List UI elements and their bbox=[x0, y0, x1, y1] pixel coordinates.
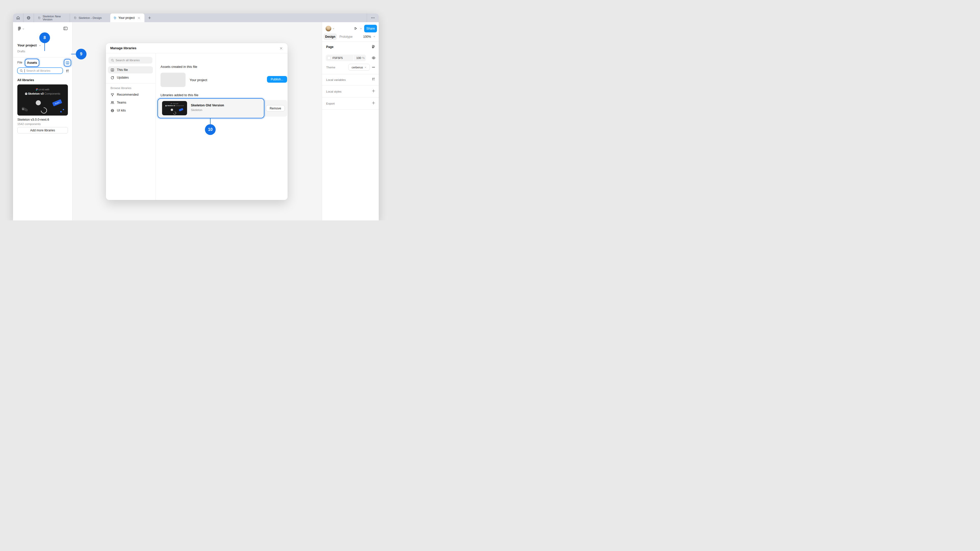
decor-spinner bbox=[40, 106, 48, 115]
avatar[interactable] bbox=[326, 26, 331, 32]
theme-select[interactable]: cerberus bbox=[348, 64, 370, 71]
project-thumbnail bbox=[161, 73, 186, 87]
chevron-down-icon[interactable] bbox=[360, 27, 362, 30]
people-icon bbox=[110, 101, 115, 105]
library-thumbnail[interactable]: UI Kit with Skeleton v3 Components Butto… bbox=[18, 84, 68, 116]
modal-title: Manage libraries bbox=[110, 46, 137, 50]
publish-button[interactable]: Publish... bbox=[267, 76, 287, 83]
pages-styles-icon[interactable] bbox=[372, 44, 375, 49]
browse-libraries-heading: Browse libraries bbox=[110, 86, 131, 89]
tab-label: Your project bbox=[118, 16, 135, 20]
more-options-button[interactable] bbox=[367, 14, 379, 22]
present-play-icon[interactable] bbox=[354, 27, 358, 30]
decor-button bbox=[179, 108, 183, 111]
nav-label: Updates bbox=[117, 76, 129, 79]
figma-mini-logo-icon bbox=[36, 88, 38, 91]
nav-label: Recommended bbox=[117, 93, 138, 97]
card-brand: Skeleton v3 bbox=[167, 105, 175, 106]
nav-updates[interactable]: Updates bbox=[108, 74, 153, 81]
close-tab-icon[interactable] bbox=[138, 17, 140, 19]
home-button[interactable] bbox=[13, 14, 23, 22]
nav-teams[interactable]: Teams bbox=[108, 99, 153, 106]
minus-icon[interactable] bbox=[372, 65, 375, 69]
panel-toggle-icon[interactable] bbox=[63, 27, 68, 30]
section-heading: All libraries bbox=[18, 78, 34, 82]
modal-search-input[interactable]: Search all libraries bbox=[108, 57, 152, 64]
tab-label: Skeleton - Design bbox=[79, 16, 102, 19]
globe-icon bbox=[110, 109, 115, 113]
divider bbox=[322, 97, 379, 98]
library-name[interactable]: Skeleton v3.0.0-next.6 bbox=[18, 118, 49, 121]
variables-sliders-icon[interactable] bbox=[372, 77, 375, 81]
eye-icon[interactable] bbox=[372, 56, 375, 60]
card-line1: UI Kit with bbox=[38, 88, 49, 91]
chevron-down-icon[interactable] bbox=[39, 44, 41, 47]
filter-sliders-icon[interactable] bbox=[65, 69, 69, 73]
share-button[interactable]: Share bbox=[364, 25, 377, 32]
add-style-plus-icon[interactable] bbox=[372, 89, 375, 93]
decor-dot bbox=[60, 111, 62, 113]
divider bbox=[13, 57, 72, 57]
plus-icon bbox=[148, 16, 151, 20]
screen: Skeleton New Version Skeleton - Design Y… bbox=[0, 0, 392, 221]
figma-file-icon-active bbox=[113, 16, 117, 20]
nav-recommended[interactable]: Recommended bbox=[108, 91, 153, 98]
right-panel: Share Design Prototype 100% Page F5F5F5 … bbox=[322, 22, 379, 221]
tab-assets[interactable]: Assets bbox=[25, 59, 39, 66]
callout-connector-9 bbox=[71, 54, 76, 54]
percent-sign: % bbox=[362, 56, 365, 59]
color-hex-value[interactable]: F5F5F5 bbox=[332, 56, 343, 59]
project-name: Your project bbox=[189, 78, 207, 82]
community-button[interactable] bbox=[24, 14, 34, 22]
file-title[interactable]: Your project bbox=[18, 43, 42, 47]
lightbulb-icon bbox=[110, 93, 115, 97]
new-tab-button[interactable] bbox=[145, 14, 155, 22]
add-more-libraries-button[interactable]: Add more libraries bbox=[18, 127, 68, 133]
tab-skeleton-new-version[interactable]: Skeleton New Version bbox=[34, 14, 70, 22]
card-brand: Skeleton v3 bbox=[28, 92, 44, 95]
left-sidebar: Your project Drafts File Assets Search a… bbox=[13, 22, 73, 221]
libraries-button[interactable] bbox=[64, 59, 71, 66]
breadcrumb-drafts[interactable]: Drafts bbox=[18, 50, 25, 53]
tab-skeleton-design[interactable]: Skeleton - Design bbox=[70, 14, 110, 22]
theme-label: Theme bbox=[326, 66, 335, 69]
libraries-added-heading: Libraries added to this file bbox=[161, 93, 198, 97]
chevron-down-icon bbox=[364, 66, 366, 68]
chevron-down-icon[interactable] bbox=[332, 27, 334, 30]
manage-libraries-modal: Manage libraries Search all libraries Th… bbox=[106, 43, 288, 200]
decor-button: Button bbox=[52, 99, 62, 106]
decor-chip bbox=[36, 100, 41, 105]
book-open-icon bbox=[65, 61, 69, 65]
page-color-field[interactable]: F5F5F5 100 % bbox=[326, 55, 366, 61]
search-input[interactable]: Search all libraries bbox=[17, 67, 63, 74]
refresh-icon bbox=[110, 76, 115, 79]
tab-your-project-active[interactable]: Your project bbox=[110, 14, 145, 22]
card-line2: Components bbox=[45, 92, 60, 95]
add-export-plus-icon[interactable] bbox=[372, 101, 375, 105]
library-meta: 1542 components bbox=[18, 122, 41, 125]
opacity-value[interactable]: 100 bbox=[356, 56, 361, 59]
text-cursor bbox=[24, 69, 25, 73]
chevron-down-icon[interactable] bbox=[22, 28, 24, 30]
tab-file[interactable]: File bbox=[18, 61, 22, 64]
zoom-level[interactable]: 100% bbox=[363, 35, 371, 38]
nav-this-file[interactable]: This file bbox=[108, 66, 153, 73]
nav-ui-kits[interactable]: UI kits bbox=[108, 107, 153, 114]
close-modal-icon[interactable] bbox=[278, 46, 283, 51]
search-placeholder: Search all libraries bbox=[26, 69, 51, 72]
tab-prototype[interactable]: Prototype bbox=[339, 35, 352, 38]
skull-icon bbox=[25, 93, 27, 95]
tab-label: Skeleton New Version bbox=[43, 15, 66, 21]
color-swatch[interactable] bbox=[327, 56, 331, 60]
figma-mini-logo-icon bbox=[171, 103, 172, 104]
tab-design[interactable]: Design bbox=[324, 33, 337, 40]
search-icon bbox=[20, 69, 23, 73]
chevron-down-icon[interactable] bbox=[373, 35, 375, 38]
figma-file-icon bbox=[73, 16, 77, 20]
remove-button[interactable]: Remove bbox=[266, 105, 285, 111]
added-library-name: Skeleton Old Version bbox=[191, 103, 224, 107]
decor-chip bbox=[171, 109, 173, 111]
figma-logo-icon[interactable] bbox=[18, 27, 21, 30]
card-line1: UI Kit with bbox=[172, 103, 178, 104]
book-open-icon bbox=[110, 68, 115, 72]
